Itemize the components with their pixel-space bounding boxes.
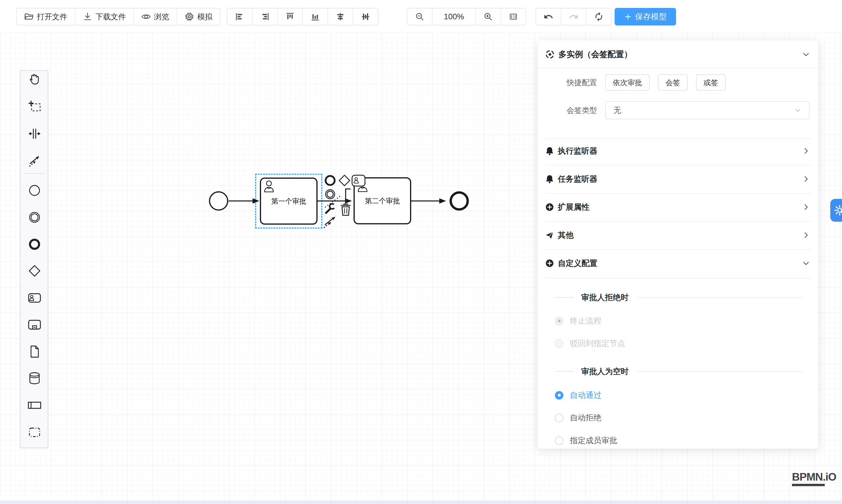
align-left-button[interactable] xyxy=(227,8,252,25)
align-top-button[interactable] xyxy=(278,8,303,25)
create-start-event[interactable] xyxy=(28,183,41,197)
radio-assign-member[interactable]: 指定成员审批 xyxy=(555,434,617,447)
radio-button[interactable] xyxy=(555,391,563,400)
task-first-approval[interactable]: 第一个审批 xyxy=(260,178,318,224)
global-connect-tool[interactable] xyxy=(28,154,41,168)
lasso-tool[interactable] xyxy=(28,100,41,114)
bpmn-io-logo[interactable]: BPMN.iO xyxy=(792,471,836,486)
align-right-icon xyxy=(260,12,270,22)
zoom-in-icon xyxy=(483,12,493,22)
preview-button[interactable]: 浏览 xyxy=(134,8,177,25)
chevron-right-icon xyxy=(803,147,809,155)
radio-auto-pass[interactable]: 自动通过 xyxy=(555,389,601,402)
sequential-approval-button[interactable]: 依次审批 xyxy=(605,74,650,91)
multi-instance-header[interactable]: 多实例（会签配置） xyxy=(545,47,809,62)
align-bottom-button[interactable] xyxy=(303,8,328,25)
create-end-event[interactable] xyxy=(28,237,41,251)
multi-instance-icon xyxy=(545,50,555,59)
send-icon xyxy=(545,231,554,240)
bell-icon xyxy=(545,174,554,184)
reject-section-header: 审批人拒绝时 xyxy=(556,292,803,303)
task-label: 第一个审批 xyxy=(271,197,306,206)
radio-return-to-node[interactable]: 驳回到指定节点 xyxy=(555,337,625,350)
section-execution-listener[interactable]: 执行监听器 xyxy=(545,142,809,160)
folder-open-icon xyxy=(24,12,34,22)
bpmn-editor: 打开文件 下载文件 浏览 模拟 xyxy=(0,0,842,504)
align-horizontal-center-button[interactable] xyxy=(353,8,378,25)
divider xyxy=(636,371,803,372)
open-file-button[interactable]: 打开文件 xyxy=(17,8,75,25)
radio-button[interactable] xyxy=(555,317,563,325)
hand-tool[interactable] xyxy=(28,72,41,86)
reset-zoom-button[interactable] xyxy=(501,8,526,25)
countersign-button[interactable]: 会签 xyxy=(658,74,688,91)
horizontal-scrollbar[interactable] xyxy=(0,501,842,504)
task-label: 第二个审批 xyxy=(365,196,400,205)
preview-label: 浏览 xyxy=(154,12,169,22)
orsign-button[interactable]: 或签 xyxy=(696,74,726,91)
sign-type-label: 会签类型 xyxy=(538,101,597,119)
quick-config-label: 快捷配置 xyxy=(538,74,597,91)
chevron-right-icon xyxy=(803,176,809,182)
settings-tab[interactable] xyxy=(830,199,842,222)
section-custom-config[interactable]: 自定义配置 xyxy=(545,254,809,272)
align-right-button[interactable] xyxy=(252,8,278,25)
create-data-object[interactable] xyxy=(28,345,41,359)
align-left-icon xyxy=(235,12,245,22)
section-extended-properties[interactable]: 扩展属性 xyxy=(545,198,809,216)
radio-button[interactable] xyxy=(555,414,563,422)
zoom-out-button[interactable] xyxy=(407,8,433,25)
sign-type-select[interactable]: 无 xyxy=(605,101,809,119)
align-toolbar-group xyxy=(227,8,379,25)
section-other[interactable]: 其他 xyxy=(545,227,809,244)
radio-terminate-process[interactable]: 终止流程 xyxy=(555,314,601,327)
chevron-down-icon xyxy=(794,107,801,114)
create-data-store[interactable] xyxy=(28,371,41,385)
create-subprocess[interactable] xyxy=(28,318,41,332)
radio-button[interactable] xyxy=(555,339,563,348)
redo-button[interactable] xyxy=(561,8,586,25)
section-task-listener[interactable]: 任务监听器 xyxy=(545,170,809,188)
download-file-button[interactable]: 下载文件 xyxy=(75,8,134,25)
space-tool[interactable] xyxy=(28,127,41,141)
divider xyxy=(538,68,818,69)
download-icon xyxy=(83,12,92,22)
task-second-approval[interactable]: 第二个审批 xyxy=(353,177,411,224)
divider xyxy=(545,193,811,194)
create-group[interactable] xyxy=(28,425,41,439)
chevron-down-icon xyxy=(803,260,809,267)
file-toolbar-group: 打开文件 下载文件 浏览 模拟 xyxy=(16,8,221,25)
divider xyxy=(556,371,574,372)
undo-button[interactable] xyxy=(536,8,561,25)
sign-type-value: 无 xyxy=(613,105,621,115)
align-bottom-icon xyxy=(310,12,320,22)
save-model-label: 保存模型 xyxy=(635,12,667,22)
end-event[interactable] xyxy=(450,191,469,211)
divider xyxy=(556,297,574,298)
palette-separator xyxy=(24,173,44,174)
start-event[interactable] xyxy=(209,191,228,211)
save-model-button[interactable]: 保存模型 xyxy=(615,8,676,25)
refresh-button[interactable] xyxy=(586,8,611,25)
simulate-button[interactable]: 模拟 xyxy=(177,8,220,25)
gear-icon xyxy=(834,204,842,216)
zoom-in-button[interactable] xyxy=(476,8,501,25)
create-participant[interactable] xyxy=(28,398,41,412)
quick-config-buttons: 依次审批 会签 或签 xyxy=(605,74,726,91)
undo-icon xyxy=(543,12,554,22)
radio-button[interactable] xyxy=(555,436,563,445)
align-vertical-center-button[interactable] xyxy=(328,8,353,25)
divider xyxy=(545,165,811,165)
create-gateway[interactable] xyxy=(28,264,41,278)
toolbar: 打开文件 下载文件 浏览 模拟 xyxy=(0,0,842,33)
create-intermediate-event[interactable] xyxy=(28,210,41,224)
properties-panel: 多实例（会签配置） 快捷配置 依次审批 会签 或签 会签类型 无 执行监听器 xyxy=(538,40,818,449)
bpmn-io-logo-text: BPMN.iO xyxy=(792,471,836,482)
create-user-task[interactable] xyxy=(28,291,41,305)
radio-auto-reject[interactable]: 自动拒绝 xyxy=(555,411,601,424)
reject-section-title: 审批人拒绝时 xyxy=(581,292,629,303)
chevron-down-icon xyxy=(803,51,809,58)
zoom-level-display[interactable]: 100% xyxy=(433,8,476,25)
divider xyxy=(545,221,811,222)
zoom-out-icon xyxy=(415,12,425,22)
